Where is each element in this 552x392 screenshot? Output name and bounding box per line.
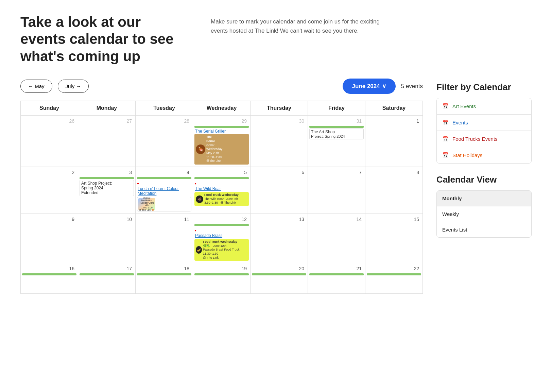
wild-boar-link[interactable]: The Wild Boar [194,186,249,191]
day-cell: 21 [308,263,365,294]
day-cell-tue-w2: 4 ● Lunch n' Learn: Colour Meditation Co… [136,167,193,214]
day-cell: 8 [365,167,423,214]
page-title: Take a look at our events calendar to se… [20,14,184,65]
day-cell: 6 [251,167,308,214]
current-month-button[interactable]: June 2024 ∨ [343,79,396,94]
day-cell: 2 [21,167,78,214]
filter-art-label: Art Events [452,103,476,109]
serial-griller-link[interactable]: The Serial Griller [194,129,249,134]
passado-card: 🎺 Food Truck Wednesday 🌿🦜 June 12th Pass… [194,239,249,261]
filter-list: 📅 Art Events 📅 Events 📅 Food Trucks Even… [436,98,532,164]
day-cell: 17 [78,263,136,294]
filter-food-label: Food Trucks Events [452,136,498,142]
green-bar [80,273,134,275]
green-bar [194,126,249,128]
day-cell: 20 [251,263,308,294]
green-bar [309,273,364,275]
day-cell: 28 [136,116,193,167]
filter-stat-holidays[interactable]: 📅 Stat Holidays [437,147,531,163]
wild-boar-card: 🐗 Food Truck Wednesday The Wild Boar Jun… [194,192,249,206]
passado-link[interactable]: Passado Brasil [194,233,249,238]
filter-food-trucks[interactable]: 📅 Food Trucks Events [437,131,531,147]
filter-title: Filter by Calendar [436,82,532,92]
day-cell: 10 [78,214,136,263]
table-row: 16 17 18 19 [21,263,423,294]
day-cell: 26 [21,116,78,167]
day-cell: 9 [21,214,78,263]
view-list: Monthly Weekly Events List [436,190,532,238]
calendar-food-icon: 📅 [442,136,449,142]
day-cell: 18 [136,263,193,294]
art-shop-extended-event: Art Shop Project: Spring 2024 Extended [80,180,134,196]
green-bar [194,177,249,179]
green-bar [80,177,134,179]
wild-boar-icon: 🐗 [196,195,203,203]
col-sunday: Sunday [21,101,78,116]
serial-griller-card: 🍖 The Serial Griller Wednesday May 29th … [194,134,249,165]
prev-month-button[interactable]: ← May [20,80,52,93]
wild-boar-event: ● The Wild Boar 🐗 Food Truck Wednesday T… [194,180,249,206]
day-cell-wed-w1: 29 The Serial Griller 🍖 The Serial Gril [193,116,251,167]
header-description: Make sure to mark your calendar and come… [211,14,387,65]
green-bar [22,273,76,275]
next-month-button[interactable]: July → [58,80,89,93]
green-bar [137,273,191,275]
calendar-events-icon: 📅 [442,119,449,126]
green-bar [194,224,249,226]
day-cell-wed-w2: 5 ● The Wild Boar 🐗 Food Truck Wednesday… [193,167,251,214]
day-cell: 22 [365,263,423,294]
day-cell: 27 [78,116,136,167]
lunch-learn-event: ● Lunch n' Learn: Colour Meditation Colo… [137,180,191,211]
calendar-section: ← May July → June 2024 ∨ 5 events Sunday… [20,79,423,294]
view-weekly[interactable]: Weekly [437,206,531,222]
view-title: Calendar View [436,174,532,185]
col-thursday: Thursday [251,101,308,116]
filter-art-events[interactable]: 📅 Art Events [437,98,531,115]
table-row: 26 27 28 29 The Serial Griller 🍖 [21,116,423,167]
passado-event: ● Passado Brasil 🎺 Food Truck Wednesday … [194,227,249,261]
day-cell: 19 [193,263,251,294]
day-cell-fri-w1: 31 The Art Shop Project: Spring 2024 [308,116,365,167]
col-saturday: Saturday [365,101,423,116]
filter-events-label: Events [452,120,468,125]
table-row: 9 10 11 12 ● Passado Brasil 🎺 [21,214,423,263]
events-count: 5 events [401,83,423,90]
day-cell: 1 [365,116,423,167]
passado-icon: 🎺 [196,246,202,254]
day-cell: 7 [308,167,365,214]
day-cell: 30 [251,116,308,167]
calendar-art-icon: 📅 [442,103,449,109]
day-cell: 16 [21,263,78,294]
colour-meditation-card: ColourMeditationTuesday June 4th12:00-1:… [137,197,191,211]
view-events-list[interactable]: Events List [437,222,531,237]
col-monday: Monday [78,101,136,116]
day-cell: 13 [251,214,308,263]
calendar-table: Sunday Monday Tuesday Wednesday Thursday… [20,101,423,294]
day-cell-wed-w3: 12 ● Passado Brasil 🎺 Food Truck Wednesd… [193,214,251,263]
serial-griller-icon: 🍖 [196,144,205,154]
calendar-nav: ← May July → June 2024 ∨ 5 events [20,79,423,94]
day-cell: 15 [365,214,423,263]
green-bar [137,177,191,179]
lunch-learn-link[interactable]: Lunch n' Learn: Colour Meditation [137,186,191,196]
filter-events[interactable]: 📅 Events [437,115,531,131]
col-wednesday: Wednesday [193,101,251,116]
calendar-stat-icon: 📅 [442,152,449,158]
art-shop-event: The Art Shop Project: Spring 2024 [309,129,364,139]
green-bar [194,273,249,275]
event-serial-griller: The Serial Griller 🍖 The Serial Griller … [194,129,249,165]
day-cell: 11 [136,214,193,263]
view-monthly[interactable]: Monthly [437,191,531,206]
col-friday: Friday [308,101,365,116]
green-bar [367,273,421,275]
table-row: 2 3 Art Shop Project: Spring 2024 Extend… [21,167,423,214]
colour-meditation-image: ColourMeditationTuesday June 4th12:00-1:… [138,198,155,210]
day-cell: 14 [308,214,365,263]
green-bar [309,126,364,128]
day-cell-mon-w2: 3 Art Shop Project: Spring 2024 Extended [78,167,136,214]
sidebar: Filter by Calendar 📅 Art Events 📅 Events… [436,79,532,238]
col-tuesday: Tuesday [136,101,193,116]
filter-stat-label: Stat Holidays [452,152,482,158]
green-bar [252,273,306,275]
